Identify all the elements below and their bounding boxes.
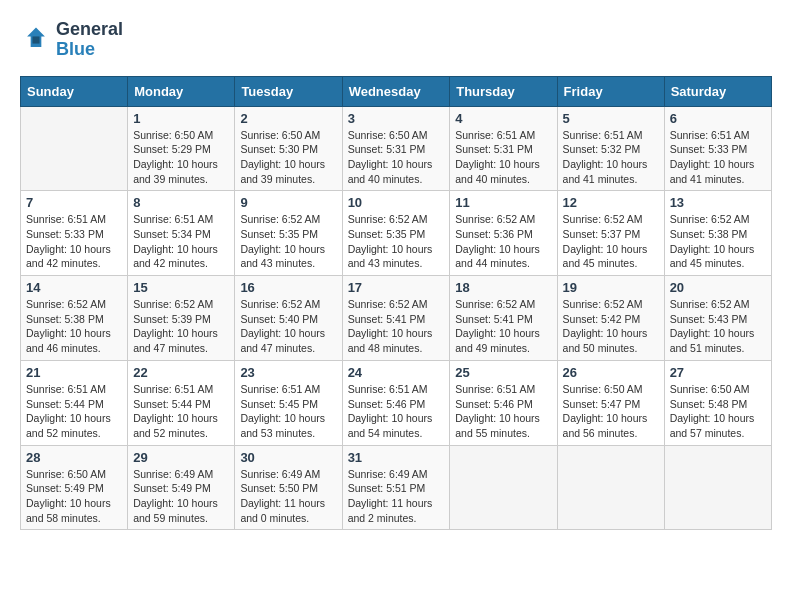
day-detail: Sunrise: 6:51 AMSunset: 5:32 PMDaylight:… <box>563 128 659 187</box>
day-detail: Sunrise: 6:52 AMSunset: 5:41 PMDaylight:… <box>455 297 551 356</box>
calendar-cell: 15Sunrise: 6:52 AMSunset: 5:39 PMDayligh… <box>128 276 235 361</box>
day-number: 30 <box>240 450 336 465</box>
day-number: 17 <box>348 280 445 295</box>
col-header-tuesday: Tuesday <box>235 76 342 106</box>
day-detail: Sunrise: 6:50 AMSunset: 5:48 PMDaylight:… <box>670 382 766 441</box>
calendar-cell: 17Sunrise: 6:52 AMSunset: 5:41 PMDayligh… <box>342 276 450 361</box>
calendar-cell: 31Sunrise: 6:49 AMSunset: 5:51 PMDayligh… <box>342 445 450 530</box>
day-detail: Sunrise: 6:49 AMSunset: 5:51 PMDaylight:… <box>348 467 445 526</box>
calendar-cell: 14Sunrise: 6:52 AMSunset: 5:38 PMDayligh… <box>21 276 128 361</box>
day-detail: Sunrise: 6:50 AMSunset: 5:30 PMDaylight:… <box>240 128 336 187</box>
day-number: 7 <box>26 195 122 210</box>
calendar-cell: 24Sunrise: 6:51 AMSunset: 5:46 PMDayligh… <box>342 360 450 445</box>
col-header-monday: Monday <box>128 76 235 106</box>
day-detail: Sunrise: 6:52 AMSunset: 5:36 PMDaylight:… <box>455 212 551 271</box>
day-number: 15 <box>133 280 229 295</box>
logo: General Blue <box>20 20 123 60</box>
day-number: 2 <box>240 111 336 126</box>
day-detail: Sunrise: 6:51 AMSunset: 5:44 PMDaylight:… <box>133 382 229 441</box>
logo-text: General Blue <box>56 20 123 60</box>
day-detail: Sunrise: 6:49 AMSunset: 5:49 PMDaylight:… <box>133 467 229 526</box>
calendar-cell: 1Sunrise: 6:50 AMSunset: 5:29 PMDaylight… <box>128 106 235 191</box>
day-number: 16 <box>240 280 336 295</box>
day-number: 28 <box>26 450 122 465</box>
day-detail: Sunrise: 6:51 AMSunset: 5:45 PMDaylight:… <box>240 382 336 441</box>
day-number: 14 <box>26 280 122 295</box>
calendar-cell: 4Sunrise: 6:51 AMSunset: 5:31 PMDaylight… <box>450 106 557 191</box>
day-detail: Sunrise: 6:52 AMSunset: 5:35 PMDaylight:… <box>240 212 336 271</box>
day-number: 22 <box>133 365 229 380</box>
day-number: 23 <box>240 365 336 380</box>
calendar-cell: 8Sunrise: 6:51 AMSunset: 5:34 PMDaylight… <box>128 191 235 276</box>
day-detail: Sunrise: 6:50 AMSunset: 5:31 PMDaylight:… <box>348 128 445 187</box>
calendar-cell: 20Sunrise: 6:52 AMSunset: 5:43 PMDayligh… <box>664 276 771 361</box>
calendar-cell: 16Sunrise: 6:52 AMSunset: 5:40 PMDayligh… <box>235 276 342 361</box>
col-header-saturday: Saturday <box>664 76 771 106</box>
day-number: 9 <box>240 195 336 210</box>
calendar-cell: 27Sunrise: 6:50 AMSunset: 5:48 PMDayligh… <box>664 360 771 445</box>
col-header-wednesday: Wednesday <box>342 76 450 106</box>
day-number: 10 <box>348 195 445 210</box>
calendar-cell: 22Sunrise: 6:51 AMSunset: 5:44 PMDayligh… <box>128 360 235 445</box>
calendar-cell: 3Sunrise: 6:50 AMSunset: 5:31 PMDaylight… <box>342 106 450 191</box>
day-number: 12 <box>563 195 659 210</box>
day-detail: Sunrise: 6:51 AMSunset: 5:33 PMDaylight:… <box>26 212 122 271</box>
day-detail: Sunrise: 6:51 AMSunset: 5:46 PMDaylight:… <box>348 382 445 441</box>
day-detail: Sunrise: 6:51 AMSunset: 5:34 PMDaylight:… <box>133 212 229 271</box>
calendar-cell: 2Sunrise: 6:50 AMSunset: 5:30 PMDaylight… <box>235 106 342 191</box>
day-number: 3 <box>348 111 445 126</box>
day-number: 1 <box>133 111 229 126</box>
calendar-cell <box>664 445 771 530</box>
calendar-cell: 11Sunrise: 6:52 AMSunset: 5:36 PMDayligh… <box>450 191 557 276</box>
calendar-table: SundayMondayTuesdayWednesdayThursdayFrid… <box>20 76 772 531</box>
day-number: 18 <box>455 280 551 295</box>
calendar-cell <box>557 445 664 530</box>
day-number: 19 <box>563 280 659 295</box>
calendar-cell: 6Sunrise: 6:51 AMSunset: 5:33 PMDaylight… <box>664 106 771 191</box>
day-detail: Sunrise: 6:50 AMSunset: 5:29 PMDaylight:… <box>133 128 229 187</box>
day-detail: Sunrise: 6:52 AMSunset: 5:41 PMDaylight:… <box>348 297 445 356</box>
day-number: 11 <box>455 195 551 210</box>
day-detail: Sunrise: 6:52 AMSunset: 5:37 PMDaylight:… <box>563 212 659 271</box>
calendar-cell: 10Sunrise: 6:52 AMSunset: 5:35 PMDayligh… <box>342 191 450 276</box>
col-header-friday: Friday <box>557 76 664 106</box>
calendar-row-5: 28Sunrise: 6:50 AMSunset: 5:49 PMDayligh… <box>21 445 772 530</box>
day-number: 24 <box>348 365 445 380</box>
day-number: 20 <box>670 280 766 295</box>
calendar-cell: 12Sunrise: 6:52 AMSunset: 5:37 PMDayligh… <box>557 191 664 276</box>
day-number: 25 <box>455 365 551 380</box>
calendar-row-3: 14Sunrise: 6:52 AMSunset: 5:38 PMDayligh… <box>21 276 772 361</box>
calendar-cell: 5Sunrise: 6:51 AMSunset: 5:32 PMDaylight… <box>557 106 664 191</box>
day-detail: Sunrise: 6:52 AMSunset: 5:42 PMDaylight:… <box>563 297 659 356</box>
day-detail: Sunrise: 6:51 AMSunset: 5:46 PMDaylight:… <box>455 382 551 441</box>
calendar-cell: 30Sunrise: 6:49 AMSunset: 5:50 PMDayligh… <box>235 445 342 530</box>
day-number: 6 <box>670 111 766 126</box>
day-number: 13 <box>670 195 766 210</box>
day-detail: Sunrise: 6:52 AMSunset: 5:43 PMDaylight:… <box>670 297 766 356</box>
calendar-cell: 21Sunrise: 6:51 AMSunset: 5:44 PMDayligh… <box>21 360 128 445</box>
day-number: 27 <box>670 365 766 380</box>
day-number: 4 <box>455 111 551 126</box>
calendar-cell <box>450 445 557 530</box>
day-detail: Sunrise: 6:52 AMSunset: 5:38 PMDaylight:… <box>670 212 766 271</box>
day-number: 29 <box>133 450 229 465</box>
col-header-thursday: Thursday <box>450 76 557 106</box>
calendar-row-4: 21Sunrise: 6:51 AMSunset: 5:44 PMDayligh… <box>21 360 772 445</box>
calendar-cell: 26Sunrise: 6:50 AMSunset: 5:47 PMDayligh… <box>557 360 664 445</box>
page-header: General Blue <box>20 20 772 60</box>
day-detail: Sunrise: 6:52 AMSunset: 5:39 PMDaylight:… <box>133 297 229 356</box>
calendar-row-1: 1Sunrise: 6:50 AMSunset: 5:29 PMDaylight… <box>21 106 772 191</box>
calendar-cell: 9Sunrise: 6:52 AMSunset: 5:35 PMDaylight… <box>235 191 342 276</box>
calendar-cell <box>21 106 128 191</box>
calendar-cell: 18Sunrise: 6:52 AMSunset: 5:41 PMDayligh… <box>450 276 557 361</box>
day-detail: Sunrise: 6:52 AMSunset: 5:38 PMDaylight:… <box>26 297 122 356</box>
col-header-sunday: Sunday <box>21 76 128 106</box>
day-detail: Sunrise: 6:51 AMSunset: 5:31 PMDaylight:… <box>455 128 551 187</box>
calendar-cell: 29Sunrise: 6:49 AMSunset: 5:49 PMDayligh… <box>128 445 235 530</box>
day-number: 5 <box>563 111 659 126</box>
day-number: 21 <box>26 365 122 380</box>
day-detail: Sunrise: 6:49 AMSunset: 5:50 PMDaylight:… <box>240 467 336 526</box>
calendar-cell: 7Sunrise: 6:51 AMSunset: 5:33 PMDaylight… <box>21 191 128 276</box>
logo-icon <box>20 24 52 56</box>
calendar-cell: 23Sunrise: 6:51 AMSunset: 5:45 PMDayligh… <box>235 360 342 445</box>
